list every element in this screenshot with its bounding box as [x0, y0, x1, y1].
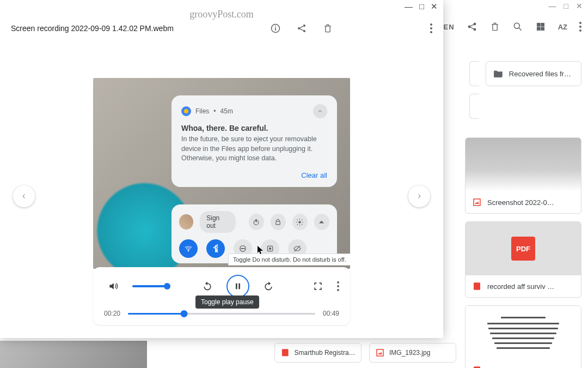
notification-card: Files • 45m Whoa, there. Be careful. In …	[171, 95, 337, 187]
svg-point-21	[188, 250, 189, 251]
seek-slider[interactable]	[128, 313, 315, 315]
notification-separator: •	[213, 107, 216, 115]
volume-slider[interactable]	[132, 285, 167, 287]
partial-chip	[469, 61, 479, 86]
minimize-icon[interactable]: —	[549, 2, 556, 12]
svg-rect-4	[537, 23, 540, 26]
maximize-icon[interactable]: □	[419, 2, 424, 10]
sign-out-button[interactable]: Sign out	[200, 211, 235, 233]
view-grid-icon[interactable]	[535, 21, 546, 32]
play-pause-button[interactable]	[226, 275, 249, 298]
video-frame: Files • 45m Whoa, there. Be careful. In …	[93, 78, 350, 269]
seek-fill	[128, 313, 184, 315]
video-header: Screen recording 2022-09-09 1.42.02 PM.w…	[0, 15, 443, 41]
image-file-icon	[375, 348, 385, 358]
pdf-file-icon	[472, 281, 482, 291]
file-label: IMG_1923.jpg	[389, 349, 430, 357]
more-menu-icon[interactable]	[430, 23, 432, 33]
next-button[interactable]	[408, 185, 430, 207]
notification-body: In the future, be sure to eject your rem…	[181, 135, 327, 164]
svg-rect-6	[537, 27, 540, 31]
wifi-tile[interactable]	[179, 239, 198, 258]
video-filename: Screen recording 2022-09-09 1.42.02 PM.w…	[11, 24, 174, 33]
sort-az-button[interactable]: AZ	[558, 23, 567, 31]
svg-rect-8	[474, 282, 480, 290]
video-controls: Toggle play pause 00:20 00:49	[93, 267, 350, 325]
info-icon[interactable]	[270, 23, 281, 34]
svg-rect-27	[238, 283, 240, 289]
bluetooth-tile[interactable]	[206, 239, 225, 258]
svg-rect-26	[236, 283, 237, 289]
svg-point-25	[269, 248, 271, 250]
file-thumbnail	[465, 138, 581, 191]
file-card[interactable]: Screenshot 2022-0…	[465, 137, 581, 214]
file-item[interactable]: IMG_1923.jpg	[369, 343, 456, 363]
file-label: Screenshot 2022-0…	[487, 198, 554, 207]
mouse-cursor-icon	[258, 246, 264, 255]
close-icon[interactable]: ✕	[431, 2, 438, 10]
notification-age: 45m	[220, 107, 233, 115]
collapse-quicksettings-button[interactable]	[314, 214, 329, 230]
folder-chip-recovered[interactable]: Recovered files fro…	[486, 61, 581, 86]
pdf-badge-icon: PDF	[511, 237, 535, 261]
file-thumbnail	[465, 306, 581, 359]
volume-button[interactable]	[104, 277, 122, 295]
notification-title: Whoa, there. Be careful.	[181, 124, 327, 132]
seek-handle[interactable]	[181, 310, 188, 317]
language-indicator[interactable]: EN	[444, 23, 455, 31]
time-duration: 00:49	[323, 310, 339, 317]
power-icon[interactable]	[249, 214, 264, 230]
controls-more-icon[interactable]	[337, 281, 339, 291]
svg-point-3	[514, 23, 519, 28]
share-icon[interactable]	[467, 21, 477, 32]
video-player-window: — □ ✕ groovyPost.com Screen recording 20…	[0, 0, 443, 338]
svg-rect-18	[256, 219, 256, 222]
settings-icon[interactable]	[292, 214, 308, 230]
svg-rect-5	[541, 23, 544, 26]
desktop-background-peek	[0, 341, 147, 368]
search-icon[interactable]	[512, 21, 523, 32]
more-menu-icon[interactable]	[579, 22, 581, 32]
share-icon[interactable]	[296, 23, 307, 34]
forward-10-button[interactable]	[259, 277, 278, 295]
notification-app: Files	[195, 107, 209, 115]
files-app-icon	[181, 106, 191, 116]
minimize-icon[interactable]: —	[405, 2, 413, 10]
image-file-icon	[472, 197, 482, 207]
pdf-file-icon	[280, 348, 290, 358]
folder-icon	[493, 68, 504, 79]
lock-icon[interactable]	[271, 214, 286, 230]
collapse-notification-button[interactable]	[313, 104, 327, 118]
file-label: Smarthub Registrat…	[295, 349, 356, 357]
file-label: aff surviv for robert.…	[487, 366, 555, 369]
clear-all-button[interactable]: Clear all	[181, 171, 327, 179]
trash-icon[interactable]	[489, 21, 500, 32]
trash-icon[interactable]	[322, 23, 333, 34]
background-peek: Smarthub Registrat… IMG_1923.jpg	[0, 335, 446, 368]
svg-rect-10	[282, 349, 289, 356]
maximize-icon[interactable]: □	[564, 2, 568, 12]
rewind-10-button[interactable]	[198, 277, 217, 295]
files-window: — □ ✕ EN AZ Recovered files fro… Screens…	[446, 0, 588, 368]
user-avatar[interactable]	[179, 214, 193, 230]
previous-button[interactable]	[13, 185, 35, 207]
file-label: recorded aff surviv …	[487, 282, 554, 291]
svg-rect-7	[541, 27, 544, 31]
pdf-file-icon	[472, 365, 482, 368]
files-grid: Screenshot 2022-0… PDF recorded aff surv…	[465, 137, 581, 368]
svg-rect-13	[275, 26, 277, 27]
svg-rect-12	[275, 27, 277, 31]
close-icon[interactable]: ✕	[576, 2, 583, 12]
partial-chip	[469, 94, 479, 119]
files-window-chrome: — □ ✕	[549, 0, 588, 12]
file-thumbnail: PDF	[465, 222, 581, 275]
folder-chip-label: Recovered files fro…	[509, 70, 574, 78]
file-card[interactable]: PDF recorded aff surviv …	[465, 221, 581, 298]
fullscreen-button[interactable]	[309, 277, 327, 295]
svg-point-20	[299, 221, 301, 223]
svg-rect-19	[276, 221, 280, 225]
file-card[interactable]: aff surviv for robert.…	[465, 305, 581, 368]
svg-rect-23	[241, 248, 245, 249]
file-item[interactable]: Smarthub Registrat…	[274, 343, 362, 363]
time-current: 00:20	[104, 310, 120, 317]
